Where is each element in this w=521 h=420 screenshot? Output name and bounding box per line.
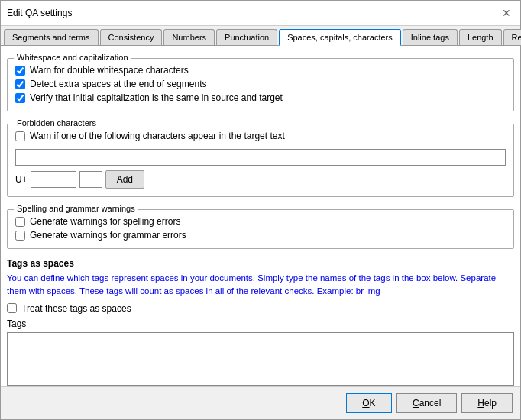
grammar-label[interactable]: Generate warnings for grammar errors [30, 230, 186, 241]
close-icon[interactable]: ✕ [499, 5, 514, 21]
footer: OK Cancel Help [1, 386, 520, 419]
help-label: Help [477, 398, 497, 409]
grammar-checkbox-row: Generate warnings for grammar errors [15, 230, 506, 241]
cancel-label: Cancel [413, 398, 441, 409]
tags-section-label: Tags as spaces [7, 258, 514, 269]
forbidden-warn-label[interactable]: Warn if one of the following characters … [30, 131, 285, 141]
whitespace-checkbox-row-3: Verify that initial capitalization is th… [15, 92, 506, 103]
tab-regex[interactable]: Regex [503, 29, 521, 45]
main-window: Edit QA settings ✕ Segments and terms Co… [0, 0, 521, 420]
help-button[interactable]: Help [461, 393, 513, 413]
whitespace-group: Whitespace and capitalization Warn for d… [7, 58, 514, 111]
forbidden-chars-input[interactable] [15, 149, 506, 166]
forbidden-group: Forbidden characters Warn if one of the … [7, 124, 514, 197]
cancel-button[interactable]: Cancel [396, 393, 457, 413]
double-whitespace-checkbox[interactable] [15, 66, 25, 76]
tab-spaces[interactable]: Spaces, capitals, characters [279, 29, 401, 46]
forbidden-warn-checkbox[interactable] [15, 131, 25, 141]
capitalization-label[interactable]: Verify that initial capitalization is th… [30, 92, 283, 103]
tab-content: Whitespace and capitalization Warn for d… [1, 46, 520, 386]
unicode-row: U+ Add [15, 170, 506, 189]
treat-tags-label[interactable]: Treat these tags as spaces [21, 303, 131, 314]
unicode-char-input[interactable] [79, 171, 102, 188]
tags-input-area: Tags [7, 318, 514, 387]
extra-spaces-label[interactable]: Detect extra spaces at the end of segmen… [30, 79, 206, 89]
unicode-prefix-label: U+ [15, 174, 28, 185]
tab-numbers[interactable]: Numbers [163, 29, 215, 45]
double-whitespace-label[interactable]: Warn for double whitespace characters [30, 65, 189, 76]
tab-length[interactable]: Length [459, 29, 502, 45]
grammar-checkbox[interactable] [15, 231, 25, 241]
extra-spaces-checkbox[interactable] [15, 79, 25, 89]
tabs-container: Segments and terms Consistency Numbers P… [1, 26, 520, 46]
forbidden-checkbox-row: Warn if one of the following characters … [15, 131, 506, 141]
whitespace-group-label: Whitespace and capitalization [14, 53, 131, 62]
treat-tags-checkbox-row: Treat these tags as spaces [7, 303, 514, 314]
forbidden-group-label: Forbidden characters [14, 118, 99, 128]
window-title: Edit QA settings [7, 8, 72, 18]
tags-info-text: You can define which tags represent spac… [7, 272, 514, 299]
tags-textarea[interactable] [7, 332, 514, 386]
tab-punctuation[interactable]: Punctuation [216, 29, 277, 45]
title-bar: Edit QA settings ✕ [1, 1, 520, 26]
unicode-hex-input[interactable] [31, 171, 76, 188]
spelling-group: Spelling and grammar warnings Generate w… [7, 209, 514, 249]
capitalization-checkbox[interactable] [15, 93, 25, 103]
treat-tags-checkbox[interactable] [7, 303, 17, 313]
tags-field-label: Tags [7, 318, 514, 329]
whitespace-checkbox-row-1: Warn for double whitespace characters [15, 65, 506, 76]
spelling-checkbox[interactable] [15, 217, 25, 227]
spelling-group-label: Spelling and grammar warnings [14, 204, 138, 213]
spelling-label[interactable]: Generate warnings for spelling errors [30, 216, 180, 227]
tags-section: Tags as spaces You can define which tags… [7, 258, 514, 386]
spelling-checkbox-row: Generate warnings for spelling errors [15, 216, 506, 227]
tab-consistency[interactable]: Consistency [100, 29, 163, 45]
ok-button[interactable]: OK [346, 393, 392, 413]
add-button[interactable]: Add [105, 170, 144, 189]
tab-segments[interactable]: Segments and terms [4, 29, 99, 45]
whitespace-checkbox-row-2: Detect extra spaces at the end of segmen… [15, 79, 506, 89]
tab-inline[interactable]: Inline tags [403, 29, 458, 45]
ok-label: OK [362, 398, 375, 409]
